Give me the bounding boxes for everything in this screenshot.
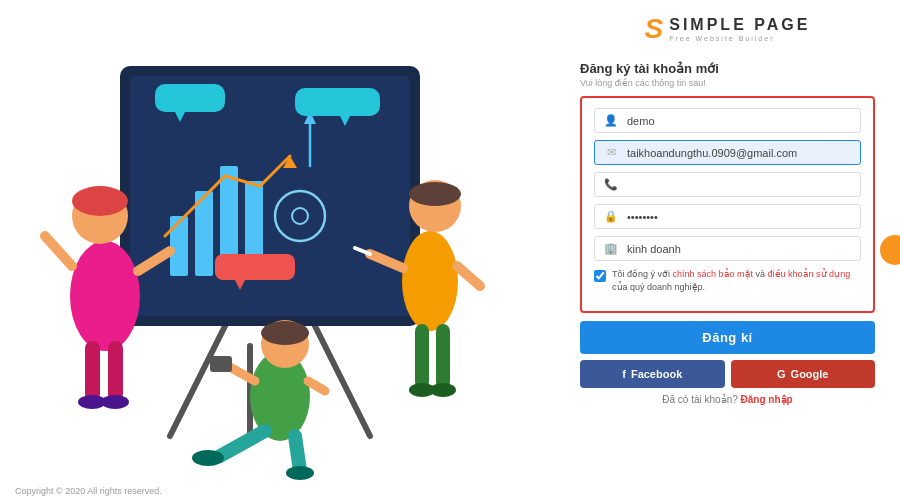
agree-checkbox[interactable] — [594, 270, 606, 282]
checkbox-row: Tôi đồng ý với chính sách bảo mật và điề… — [594, 268, 861, 293]
logo-title: SIMPLE PAGE — [669, 17, 810, 33]
copyright-text: Copyright © 2020 All rights reserved. — [15, 486, 162, 496]
svg-rect-25 — [85, 341, 100, 401]
logo-text: SIMPLE PAGE Free Website Builder — [669, 17, 810, 42]
business-icon: 🏢 — [603, 242, 619, 255]
svg-line-44 — [220, 431, 265, 456]
register-button[interactable]: Đăng kí — [580, 321, 875, 354]
privacy-link[interactable]: chính sách bảo mật — [673, 269, 754, 279]
svg-line-23 — [45, 236, 72, 266]
svg-line-1 — [310, 316, 370, 436]
svg-point-28 — [101, 395, 129, 409]
logo-s-letter: S — [645, 15, 664, 43]
svg-line-33 — [457, 266, 480, 286]
svg-line-43 — [308, 381, 325, 391]
svg-rect-26 — [108, 341, 123, 401]
login-link[interactable]: Đăng nhập — [741, 394, 793, 405]
svg-rect-42 — [210, 356, 232, 372]
svg-line-45 — [295, 436, 300, 471]
social-buttons: f Facebook G Google — [580, 360, 875, 388]
svg-rect-34 — [415, 324, 429, 389]
svg-rect-14 — [155, 84, 225, 112]
svg-rect-18 — [215, 254, 295, 280]
phone-input[interactable] — [627, 179, 852, 191]
google-label: Google — [791, 368, 829, 380]
footer: Copyright © 2020 All rights reserved. — [0, 482, 900, 500]
svg-point-40 — [261, 321, 309, 345]
right-panel: S SIMPLE PAGE Free Website Builder Đăng … — [560, 0, 900, 482]
phone-row: 📞 — [594, 172, 861, 197]
username-input[interactable] — [627, 115, 852, 127]
password-row: 🔒 — [594, 204, 861, 229]
svg-point-29 — [402, 231, 458, 331]
terms-link[interactable]: điều khoản sử dụng — [768, 269, 851, 279]
business-row: 🏢 — [594, 236, 861, 261]
svg-point-22 — [72, 186, 128, 216]
username-row: 👤 — [594, 108, 861, 133]
user-icon: 👤 — [603, 114, 619, 127]
form-subtitle: Vui lòng điền các thông tin sau! — [580, 78, 875, 88]
svg-rect-16 — [295, 88, 380, 116]
svg-point-37 — [430, 383, 456, 397]
phone-icon: 📞 — [603, 178, 619, 191]
google-button[interactable]: G Google — [731, 360, 876, 388]
illustration-panel — [0, 0, 560, 482]
checkbox-label: Tôi đồng ý với chính sách bảo mật và điề… — [612, 268, 861, 293]
google-icon: G — [777, 368, 786, 380]
business-input[interactable] — [627, 243, 852, 255]
logo-subtitle: Free Website Builder — [669, 35, 810, 42]
facebook-icon: f — [622, 368, 626, 380]
form-section: 👤 ✉ 📞 🔒 🏢 — [580, 96, 875, 313]
lock-icon: 🔒 — [603, 210, 619, 223]
facebook-button[interactable]: f Facebook — [580, 360, 725, 388]
email-row: ✉ — [594, 140, 861, 165]
svg-point-46 — [192, 450, 224, 466]
login-link-row: Đã có tài khoản? Đăng nhập — [580, 394, 875, 405]
form-title: Đăng ký tài khoản mới — [580, 61, 875, 76]
svg-point-47 — [286, 466, 314, 480]
logo-area: S SIMPLE PAGE Free Website Builder — [580, 15, 875, 43]
email-input[interactable] — [627, 147, 852, 159]
svg-point-20 — [70, 241, 140, 351]
email-icon: ✉ — [603, 146, 619, 159]
login-text: Đã có tài khoản? — [662, 394, 738, 405]
svg-line-0 — [170, 316, 230, 436]
facebook-label: Facebook — [631, 368, 682, 380]
password-input[interactable] — [627, 211, 852, 223]
svg-point-31 — [409, 182, 461, 206]
svg-rect-5 — [170, 216, 188, 276]
svg-rect-35 — [436, 324, 450, 389]
